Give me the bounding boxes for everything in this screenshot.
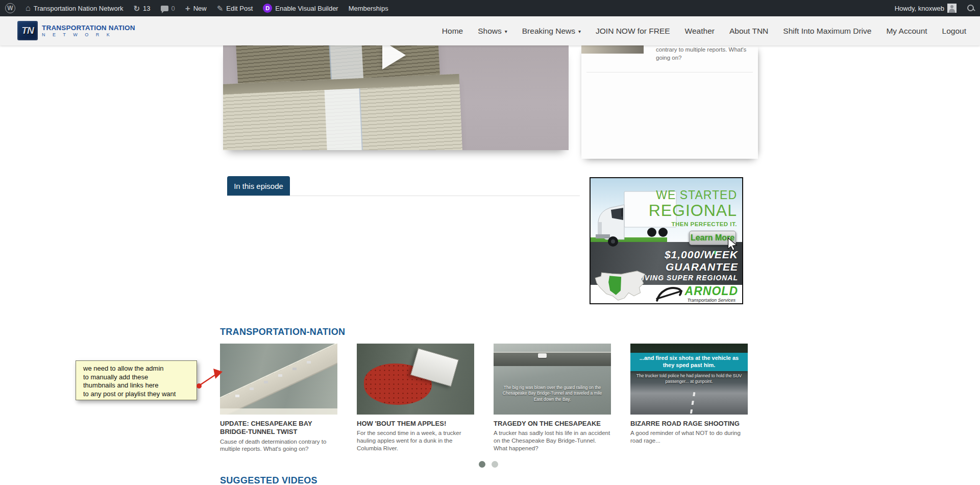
video-player[interactable] [223, 45, 569, 150]
play-icon[interactable] [382, 45, 406, 69]
ad-brand-name: ARNOLD [685, 285, 738, 297]
home-icon [26, 4, 31, 12]
howdy-label: Howdy, knoxweb [895, 5, 944, 12]
updates-link[interactable]: 13 [129, 0, 156, 16]
nav-item-join-now[interactable]: JOIN NOW for FREE [596, 27, 670, 36]
carousel-dots [479, 461, 498, 468]
comments-link[interactable]: 0 [156, 0, 180, 16]
nav-item-my-account[interactable]: My Account [886, 27, 927, 36]
edit-post-label: Edit Post [226, 5, 253, 12]
thumbnail-caption: The big rig was blown over the guard rai… [499, 385, 606, 402]
page: Transportation Nation Network 13 0 New E… [0, 0, 980, 485]
playlist-sidebar: contrary to multiple reports. What's goi… [581, 45, 758, 159]
admin-search-button[interactable] [962, 0, 980, 16]
card-title[interactable]: BIZARRE ROAD RAGE SHOOTING [630, 420, 748, 428]
card-description: For the second time in a week, a trucker… [357, 429, 474, 452]
annotation-arrow-icon [193, 363, 225, 392]
wordpress-logo-icon [5, 3, 15, 13]
tab-in-this-episode[interactable]: In this episode [227, 176, 290, 196]
nav-item-shows[interactable]: Shows [478, 27, 507, 36]
video-card-row: UPDATE: CHESAPEAKE BAY BRIDGE-TUNNEL TWI… [220, 344, 751, 453]
thumbnail-caption-small: The trucker told police he had planned t… [634, 373, 744, 385]
card-description: Cause of death determination contrary to… [220, 438, 337, 453]
playlist-item-excerpt[interactable]: contrary to multiple reports. What's goi… [656, 46, 748, 62]
enable-visual-builder-button[interactable]: Enable Visual Builder [258, 0, 343, 16]
comments-icon [161, 6, 168, 11]
card-description: A good reminder of what NOT to do during… [630, 429, 748, 445]
video-card[interactable]: UPDATE: CHESAPEAKE BAY BRIDGE-TUNNEL TWI… [220, 344, 337, 453]
divider [227, 196, 580, 196]
card-thumbnail[interactable]: The big rig was blown over the guard rai… [494, 344, 611, 415]
carousel-dot-2[interactable] [492, 461, 498, 468]
nav-item-home[interactable]: Home [442, 27, 463, 36]
section-heading-transportation-nation: TRANSPORTATION-NATION [220, 327, 345, 337]
divider [586, 72, 753, 72]
ad-headline-line2: REGIONAL [649, 201, 737, 220]
memberships-label: Memberships [349, 5, 388, 12]
mouse-cursor-icon [727, 237, 739, 251]
tnn-logo-icon: TN [17, 21, 38, 40]
nav-item-logout[interactable]: Logout [942, 27, 966, 36]
divi-icon [263, 4, 272, 13]
card-title[interactable]: HOW 'BOUT THEM APPLES! [357, 420, 474, 428]
video-card[interactable]: The big rig was blown over the guard rai… [494, 344, 611, 453]
section-heading-suggested-videos: SUGGESTED VIDEOS [220, 475, 317, 485]
site-name-link[interactable]: Transportation Nation Network [20, 0, 129, 16]
ad-tagline: THEN PERFECTED IT. [649, 221, 737, 227]
card-title[interactable]: UPDATE: CHESAPEAKE BAY BRIDGE-TUNNEL TWI… [220, 420, 337, 436]
ad-headline: WE STARTED REGIONAL THEN PERFECTED IT. [649, 188, 737, 227]
logo-subtitle: N E T W O R K [42, 32, 135, 37]
card-title[interactable]: TRAGEDY ON THE CHESAPEAKE [494, 420, 611, 428]
logo-title: TRANSPORTATION NATION [42, 24, 135, 32]
admin-bar-left: Transportation Nation Network 13 0 New E… [0, 0, 394, 16]
visual-builder-label: Enable Visual Builder [275, 5, 338, 12]
ad-banner[interactable]: WE STARTED REGIONAL THEN PERFECTED IT. L… [590, 177, 743, 304]
card-thumbnail[interactable]: ...and fired six shots at the vehicle as… [630, 344, 748, 415]
nav-item-shift-into-maximum-drive[interactable]: Shift Into Maximum Drive [783, 27, 871, 36]
logo-text: TRANSPORTATION NATION N E T W O R K [42, 24, 135, 37]
annotation-note: we need to allow the admin to manually a… [76, 360, 197, 400]
ad-headline-line1: WE STARTED [649, 188, 737, 202]
wp-admin-bar: Transportation Nation Network 13 0 New E… [0, 0, 980, 16]
video-card[interactable]: HOW 'BOUT THEM APPLES! For the second ti… [357, 344, 474, 453]
updates-count: 13 [143, 5, 150, 12]
playlist-item-thumbnail[interactable] [581, 45, 644, 54]
comments-count: 0 [172, 5, 175, 12]
ad-brand-sub: Transportation Services [685, 298, 738, 303]
nav-item-breaking-news[interactable]: Breaking News [522, 27, 581, 36]
thumbnail-caption-bold: ...and fired six shots at the vehicle as… [630, 353, 748, 371]
us-map-icon [594, 269, 647, 303]
carousel-dot-1[interactable] [479, 461, 485, 468]
thumbnail-art [220, 408, 337, 415]
nav-item-weather[interactable]: Weather [685, 27, 715, 36]
new-label: New [193, 5, 207, 12]
avatar [947, 4, 957, 13]
card-thumbnail[interactable] [220, 344, 337, 415]
updates-icon [134, 5, 140, 12]
video-frame-art [223, 74, 462, 150]
admin-bar-right: Howdy, knoxweb [890, 0, 980, 16]
plus-icon [185, 4, 190, 13]
new-content-button[interactable]: New [180, 0, 212, 16]
wordpress-menu-button[interactable] [0, 0, 20, 16]
site-name-label: Transportation Nation Network [34, 5, 124, 12]
edit-post-button[interactable]: Edit Post [212, 0, 258, 16]
pencil-icon [217, 5, 224, 12]
my-account-menu[interactable]: Howdy, knoxweb [890, 0, 962, 16]
ad-brand-logo: ARNOLD Transportation Services [655, 285, 738, 303]
main-nav: Home Shows Breaking News JOIN NOW for FR… [442, 16, 966, 45]
memberships-button[interactable]: Memberships [344, 0, 394, 16]
site-header: TN TRANSPORTATION NATION N E T W O R K H… [0, 16, 980, 45]
card-description: A trucker has sadly lost his life in an … [494, 429, 611, 452]
arnold-swoosh-icon [655, 285, 684, 303]
nav-item-about-tnn[interactable]: About TNN [729, 27, 768, 36]
video-card[interactable]: ...and fired six shots at the vehicle as… [630, 344, 748, 453]
site-logo[interactable]: TN TRANSPORTATION NATION N E T W O R K [17, 21, 135, 40]
card-thumbnail[interactable] [357, 344, 474, 415]
ad-brand-text: ARNOLD Transportation Services [685, 285, 738, 303]
search-icon [967, 4, 975, 12]
